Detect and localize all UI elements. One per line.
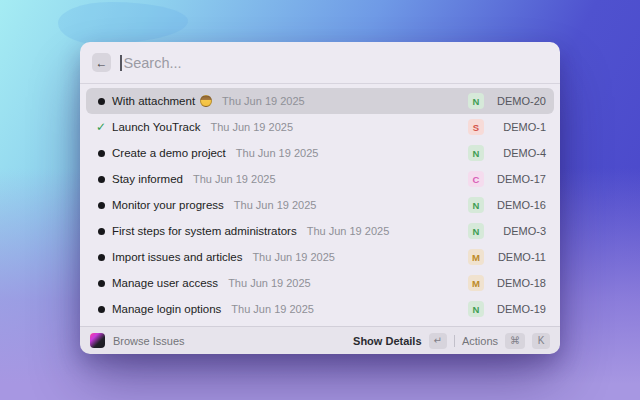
- issue-date: Thu Jun 19 2025: [236, 147, 319, 159]
- issue-date: Thu Jun 19 2025: [234, 199, 317, 211]
- issue-row[interactable]: Monitor your progress Thu Jun 19 2025 N …: [86, 192, 554, 218]
- open-status-icon: [94, 98, 108, 105]
- issue-id: DEMO-16: [494, 199, 546, 211]
- open-status-icon: [94, 228, 108, 235]
- issue-row[interactable]: Stay informed Thu Jun 19 2025 C DEMO-17: [86, 166, 554, 192]
- issue-list: With attachment Thu Jun 19 2025 N DEMO-2…: [80, 84, 560, 326]
- enter-key-icon[interactable]: ↵: [429, 333, 447, 349]
- project-avatar-badge: N: [468, 301, 484, 317]
- issue-date: Thu Jun 19 2025: [222, 95, 305, 107]
- issue-title: With attachment: [112, 95, 195, 107]
- search-bar: ←: [80, 42, 560, 84]
- issue-row[interactable]: Create a demo project Thu Jun 19 2025 N …: [86, 140, 554, 166]
- show-details-label[interactable]: Show Details: [353, 335, 421, 347]
- open-status-icon: [94, 254, 108, 261]
- k-key-icon[interactable]: K: [532, 333, 550, 349]
- project-avatar-badge: S: [468, 119, 484, 135]
- search-input[interactable]: [124, 55, 549, 71]
- back-button[interactable]: ←: [92, 53, 111, 72]
- issue-row[interactable]: With attachment Thu Jun 19 2025 N DEMO-2…: [86, 88, 554, 114]
- issue-title: Stay informed: [112, 173, 183, 185]
- issue-id: DEMO-17: [494, 173, 546, 185]
- issue-row[interactable]: Import issues and articles Thu Jun 19 20…: [86, 244, 554, 270]
- search-palette-window: ← With attachment Thu Jun 19 2025 N DEMO…: [80, 42, 560, 352]
- issue-date: Thu Jun 19 2025: [252, 251, 335, 263]
- actions-label[interactable]: Actions: [462, 335, 498, 347]
- footer-divider: [454, 335, 455, 347]
- issue-date: Thu Jun 19 2025: [210, 121, 293, 133]
- project-avatar-badge: N: [468, 197, 484, 213]
- issue-title: Import issues and articles: [112, 251, 242, 263]
- issue-title: Manage login options: [112, 303, 221, 315]
- project-avatar-badge: M: [468, 249, 484, 265]
- issue-id: DEMO-1: [494, 121, 546, 133]
- issue-date: Thu Jun 19 2025: [228, 277, 311, 289]
- issue-title: Create a demo project: [112, 147, 226, 159]
- issue-row[interactable]: Manage user access Thu Jun 19 2025 M DEM…: [86, 270, 554, 296]
- project-avatar-badge: M: [468, 275, 484, 291]
- open-status-icon: [94, 176, 108, 183]
- issue-row[interactable]: ✓ Launch YouTrack Thu Jun 19 2025 S DEMO…: [86, 114, 554, 140]
- wallpaper-artifact: [58, 2, 188, 44]
- open-status-icon: [94, 280, 108, 287]
- open-status-icon: [94, 150, 108, 157]
- browse-issues-label: Browse Issues: [113, 335, 185, 347]
- issue-id: DEMO-4: [494, 147, 546, 159]
- open-status-icon: [94, 202, 108, 209]
- project-avatar-badge: N: [468, 93, 484, 109]
- issue-id: DEMO-20: [494, 95, 546, 107]
- open-status-icon: [94, 306, 108, 313]
- issue-id: DEMO-11: [494, 251, 546, 263]
- issue-title: First steps for system administrators: [112, 225, 297, 237]
- cmd-key-icon[interactable]: ⌘: [505, 333, 525, 349]
- issue-id: DEMO-18: [494, 277, 546, 289]
- text-caret: [120, 55, 122, 71]
- resolved-check-icon: ✓: [94, 121, 108, 133]
- issue-title: Launch YouTrack: [112, 121, 200, 133]
- project-avatar-badge: N: [468, 223, 484, 239]
- palette-footer: Browse Issues Show Details ↵ Actions ⌘ K: [80, 326, 560, 354]
- issue-date: Thu Jun 19 2025: [193, 173, 276, 185]
- issue-id: DEMO-3: [494, 225, 546, 237]
- issue-row[interactable]: First steps for system administrators Th…: [86, 218, 554, 244]
- issue-date: Thu Jun 19 2025: [231, 303, 314, 315]
- issue-row[interactable]: Manage login options Thu Jun 19 2025 N D…: [86, 296, 554, 322]
- project-avatar-badge: C: [468, 171, 484, 187]
- issue-title: Monitor your progress: [112, 199, 224, 211]
- youtrack-logo-icon: [90, 333, 105, 348]
- issue-id: DEMO-19: [494, 303, 546, 315]
- issue-date: Thu Jun 19 2025: [307, 225, 390, 237]
- issue-title: Manage user access: [112, 277, 218, 289]
- cowboy-emoji-icon: [200, 95, 212, 107]
- project-avatar-badge: N: [468, 145, 484, 161]
